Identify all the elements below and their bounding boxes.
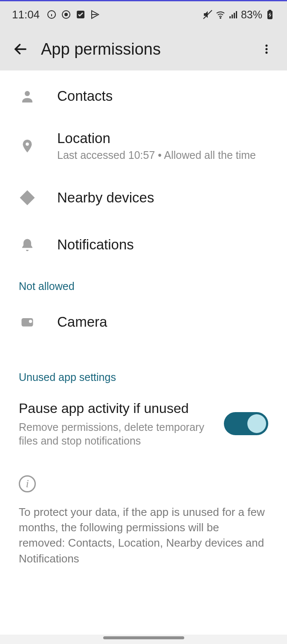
check-status-icon xyxy=(75,9,86,20)
svg-rect-10 xyxy=(234,13,235,18)
pause-subtext: Remove permissions, delete temporary fil… xyxy=(19,420,215,448)
play-status-icon xyxy=(90,9,100,20)
toggle-knob xyxy=(247,414,266,433)
svg-point-18 xyxy=(25,91,30,96)
svg-rect-9 xyxy=(232,15,233,18)
nearby-icon xyxy=(19,189,36,206)
battery-icon xyxy=(265,9,275,20)
svg-point-23 xyxy=(29,320,32,323)
notifications-icon xyxy=(19,236,36,253)
camera-icon xyxy=(19,313,36,331)
permission-item-camera[interactable]: Camera xyxy=(0,299,287,345)
svg-rect-8 xyxy=(229,16,231,18)
permission-item-location[interactable]: Location Last accessed 10:57 • Allowed a… xyxy=(0,117,287,174)
svg-point-17 xyxy=(265,52,267,54)
permission-label: Location xyxy=(57,130,256,146)
permission-subtext: Last accessed 10:57 • Allowed all the ti… xyxy=(57,149,256,161)
nav-handle[interactable] xyxy=(103,636,184,639)
content: Contacts Location Last accessed 10:57 • … xyxy=(0,70,287,635)
more-button[interactable] xyxy=(255,37,278,61)
permission-item-nearby[interactable]: Nearby devices xyxy=(0,174,287,221)
location-icon xyxy=(19,138,36,155)
info-block: i To protect your data, if the app is un… xyxy=(0,458,287,575)
status-time: 11:04 xyxy=(12,8,40,21)
permission-label: Camera xyxy=(57,314,107,330)
app-bar: App permissions xyxy=(0,28,287,70)
section-not-allowed: Not allowed xyxy=(0,268,287,299)
svg-point-16 xyxy=(265,48,267,50)
page-title: App permissions xyxy=(41,40,255,59)
permission-label: Notifications xyxy=(57,237,134,253)
battery-text: 83% xyxy=(241,9,262,21)
permission-item-notifications[interactable]: Notifications xyxy=(0,221,287,268)
svg-point-19 xyxy=(26,142,29,146)
svg-point-15 xyxy=(265,44,267,47)
permission-label: Nearby devices xyxy=(57,190,154,206)
info-icon: i xyxy=(19,475,36,492)
svg-point-4 xyxy=(65,13,67,16)
signal-icon xyxy=(228,9,238,20)
pause-activity-setting[interactable]: Pause app activity if unused Remove perm… xyxy=(0,389,287,458)
svg-point-7 xyxy=(220,18,221,18)
mute-icon xyxy=(203,9,213,20)
permission-label: Contacts xyxy=(57,88,113,104)
pause-title: Pause app activity if unused xyxy=(19,400,215,418)
status-left: 11:04 xyxy=(12,8,100,21)
contacts-icon xyxy=(19,88,36,105)
status-bar: 11:04 83% xyxy=(0,1,287,28)
nav-bar xyxy=(0,635,287,644)
pause-toggle[interactable] xyxy=(224,412,268,435)
svg-rect-13 xyxy=(269,10,271,11)
section-unused: Unused app settings xyxy=(0,345,287,389)
svg-rect-11 xyxy=(236,11,237,18)
wifi-icon xyxy=(215,9,226,20)
info-text: To protect your data, if the app is unus… xyxy=(19,504,268,567)
info-status-icon xyxy=(46,9,57,20)
svg-rect-21 xyxy=(25,195,30,201)
status-right: 83% xyxy=(203,9,275,21)
permission-item-contacts[interactable]: Contacts xyxy=(0,70,287,117)
back-button[interactable] xyxy=(9,37,32,61)
sync-status-icon xyxy=(61,9,71,20)
